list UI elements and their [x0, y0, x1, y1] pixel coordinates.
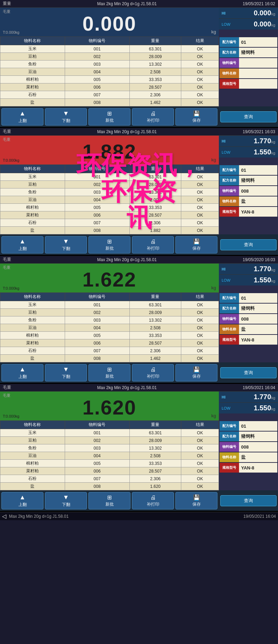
action-btn-保存[interactable]: 💾 保存 — [175, 492, 217, 509]
weight-label-top: 毛重 — [3, 265, 10, 270]
weight-tare-label: T:0.000kg — [3, 158, 19, 162]
bottom-status-bar: ◁ Max 2kg Min 20g d=1g J1.58.01 19/05/20… — [0, 512, 278, 520]
top-bar-left: 重量 — [3, 1, 11, 7]
table-cell: 石粉 — [0, 91, 65, 99]
table-cell: 63.301 — [129, 173, 181, 181]
action-btn-上翻[interactable]: ▲ 上翻 — [1, 108, 43, 126]
side-value: 盐 — [239, 324, 277, 334]
query-button-container: 查询 — [219, 106, 278, 127]
action-btn-补打印[interactable]: 🖨 补打印 — [132, 108, 174, 126]
weight-display-area: 毛重 0.000 kg T:0.000kg HI 0.000kg LOW 0.0… — [0, 8, 278, 37]
query-button[interactable]: 查询 — [220, 367, 277, 378]
table-cell: 63.301 — [129, 429, 181, 437]
action-bar: ▲ 上翻 ▼ 下翻 ⊞ 新批 🖨 补打印 💾 保存 查询 — [0, 234, 278, 255]
query-button[interactable]: 查询 — [220, 495, 277, 506]
table-cell: 002 — [65, 53, 129, 61]
action-btn-补打印[interactable]: 🖨 补打印 — [132, 492, 174, 509]
top-bar-datetime: 19/05/2020 16:03 — [243, 257, 275, 262]
top-bar: 毛重 Max 2kg Min 20g d=1g J1.58.01 19/05/2… — [0, 384, 278, 392]
table-cell: OK — [181, 196, 219, 204]
action-icon-0: ▲ — [19, 238, 26, 245]
action-btn-下翻[interactable]: ▼ 下翻 — [45, 364, 87, 381]
table-row: 石粉0072.306OK — [0, 91, 219, 99]
action-label-2: 新批 — [105, 245, 114, 251]
query-button[interactable]: 查询 — [220, 111, 277, 122]
side-info-row-1: 配方名称 猪饲料 — [220, 432, 277, 441]
table-cell: OK — [181, 316, 219, 324]
table-header: 重量 — [129, 293, 181, 301]
table-row: 玉米00163.301OK — [0, 173, 219, 181]
action-label-0: 上翻 — [18, 246, 27, 252]
action-label-2: 新批 — [105, 373, 114, 379]
data-table-container: 物料名称物料编号重量结果玉米00163.301OK豆粕00228.009OK鱼粉… — [0, 164, 278, 234]
data-table: 物料名称物料编号重量结果玉米00163.301OK豆粕00228.009OK鱼粉… — [0, 164, 219, 234]
action-buttons-group: ▲ 上翻 ▼ 下翻 ⊞ 新批 🖨 补打印 💾 保存 — [0, 490, 219, 511]
low-unit: kg — [271, 151, 275, 155]
action-icon-3: 🖨 — [150, 367, 156, 373]
weight-value: 0.000 — [3, 9, 215, 35]
action-btn-新批[interactable]: ⊞ 新批 — [88, 108, 130, 126]
weight-display-area: 毛重 1.620 kg T:0.000kg HI 1.770kg LOW 1.5… — [0, 392, 278, 420]
table-header: 物料编号 — [65, 293, 129, 301]
action-btn-补打印[interactable]: 🖨 补打印 — [132, 236, 174, 253]
action-btn-新批[interactable]: ⊞ 新批 — [88, 236, 130, 253]
side-label: 物料名称 — [220, 196, 239, 206]
table-cell: 004 — [65, 196, 129, 204]
query-button-container: 查询 — [219, 490, 278, 511]
top-bar-center: Max 2kg Min 20g d=1g J1.58.01 — [97, 1, 157, 6]
action-btn-保存[interactable]: 💾 保存 — [175, 108, 217, 126]
table-cell: OK — [181, 219, 219, 227]
side-info-row-3: 物料名称 盐 — [220, 196, 277, 206]
hi-value-group: 1.770kg — [254, 137, 275, 145]
table-cell: 002 — [65, 181, 129, 188]
action-btn-上翻[interactable]: ▲ 上翻 — [1, 236, 43, 253]
side-info-panel: 配方编号 01 配方名称 猪饲料 物料编号 物料名称 规格型号 — [219, 37, 278, 106]
table-cell: OK — [181, 301, 219, 309]
side-value — [239, 79, 277, 89]
table-row: 石粉0072.306OK — [0, 475, 219, 483]
table-cell: 菜籽粕 — [0, 467, 65, 475]
side-value: YAN-8 — [239, 335, 277, 345]
table-cell: 007 — [65, 219, 129, 227]
side-info-row-4: 规格型号 YAN-8 — [220, 335, 277, 345]
table-cell: OK — [181, 227, 219, 234]
table-cell: 001 — [65, 173, 129, 181]
action-btn-上翻[interactable]: ▲ 上翻 — [1, 492, 43, 509]
action-btn-新批[interactable]: ⊞ 新批 — [88, 364, 130, 381]
table-cell: OK — [181, 332, 219, 339]
table-cell: OK — [181, 83, 219, 91]
table-cell: 菜籽粕 — [0, 211, 65, 219]
action-icon-3: 🖨 — [150, 111, 156, 117]
bottom-bar-datetime: 19/05/2021 16:04 — [244, 514, 276, 519]
action-btn-下翻[interactable]: ▼ 下翻 — [45, 108, 87, 126]
table-cell: 1.882 — [129, 227, 181, 234]
action-btn-下翻[interactable]: ▼ 下翻 — [45, 492, 87, 509]
table-row: 豆油0042.008OK — [0, 196, 219, 204]
table-row: 棉籽粕00533.353OK — [0, 332, 219, 339]
table-cell: 63.301 — [129, 301, 181, 309]
side-label: 物料编号 — [220, 314, 239, 324]
table-cell: 003 — [65, 61, 129, 68]
table-cell: 006 — [65, 83, 129, 91]
table-row: 盐0081.882OK — [0, 227, 219, 234]
action-btn-上翻[interactable]: ▲ 上翻 — [1, 364, 43, 381]
query-button[interactable]: 查询 — [220, 239, 277, 250]
table-cell: OK — [181, 444, 219, 452]
table-cell: 002 — [65, 309, 129, 316]
action-btn-保存[interactable]: 💾 保存 — [175, 364, 217, 381]
action-bar: ▲ 上翻 ▼ 下翻 ⊞ 新批 🖨 补打印 💾 保存 查询 — [0, 362, 278, 383]
table-cell: OK — [181, 467, 219, 475]
side-info-row-3: 物料名称 盐 — [220, 324, 277, 334]
table-cell: 003 — [65, 188, 129, 196]
action-btn-新批[interactable]: ⊞ 新批 — [88, 492, 130, 509]
action-btn-下翻[interactable]: ▼ 下翻 — [45, 236, 87, 253]
action-btn-保存[interactable]: 💾 保存 — [175, 236, 217, 253]
low-value-group: 1.550kg — [254, 276, 275, 284]
table-cell: 1.462 — [129, 99, 181, 106]
low-value: 1.550 — [254, 148, 271, 156]
action-icon-1: ▼ — [63, 238, 69, 245]
side-info-row-0: 配方编号 01 — [220, 421, 277, 431]
action-btn-补打印[interactable]: 🖨 补打印 — [132, 364, 174, 381]
low-label: LOW — [222, 150, 230, 154]
side-label: 配方名称 — [220, 432, 239, 441]
